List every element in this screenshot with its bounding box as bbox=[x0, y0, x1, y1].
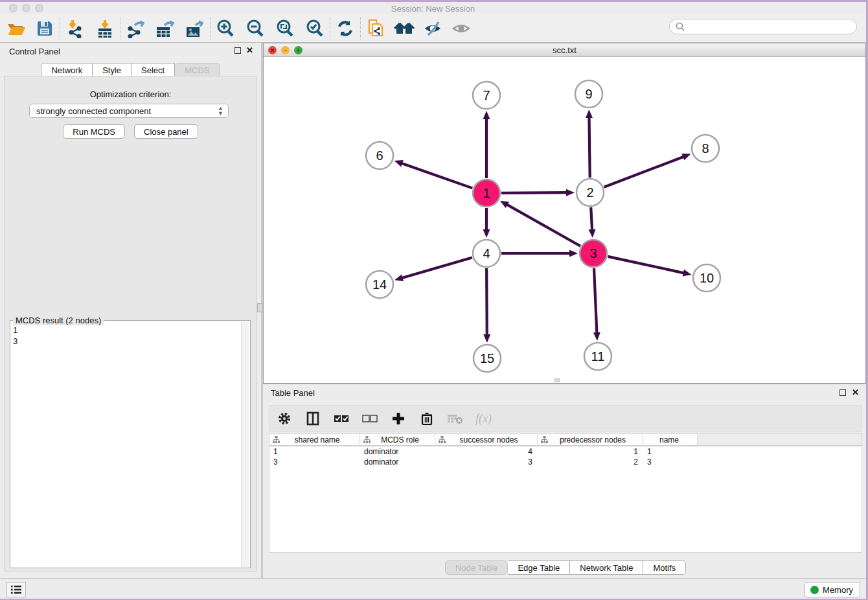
tab-motifs[interactable]: Motifs bbox=[643, 560, 686, 575]
table-cell[interactable]: 4 bbox=[435, 446, 538, 457]
search-input[interactable] bbox=[688, 22, 856, 32]
edge-arrowhead bbox=[394, 274, 404, 281]
column-header-MCDS-role[interactable]: MCDS role bbox=[360, 434, 435, 445]
result-scrollbar[interactable] bbox=[241, 321, 249, 567]
table-panel-float-icon[interactable] bbox=[839, 389, 846, 396]
refresh-icon[interactable] bbox=[334, 17, 356, 40]
close-panel-button[interactable]: Close panel bbox=[134, 124, 198, 139]
delete-table-icon[interactable] bbox=[447, 410, 464, 427]
list-icon bbox=[10, 584, 22, 595]
network-view-window: ✕ − + scc.txt 7968124314101511 bbox=[263, 43, 866, 384]
tab-network-table[interactable]: Network Table bbox=[570, 560, 643, 575]
add-column-icon[interactable] bbox=[390, 410, 407, 427]
edge-arrowhead bbox=[394, 160, 404, 167]
hide-panel-icon[interactable] bbox=[422, 17, 444, 40]
graph-node-label: 4 bbox=[483, 246, 490, 260]
apply-function-icon[interactable]: f(x) bbox=[475, 412, 492, 426]
table-cell[interactable]: 3 bbox=[643, 457, 698, 467]
show-eye-icon[interactable] bbox=[450, 17, 472, 40]
edge-2-to-3[interactable] bbox=[591, 207, 592, 231]
edge-1-to-6[interactable] bbox=[401, 163, 472, 189]
zoom-selected-icon[interactable] bbox=[304, 17, 326, 40]
network-resize-handle[interactable] bbox=[554, 378, 560, 382]
tab-select[interactable]: Select bbox=[131, 63, 175, 77]
table-cell[interactable]: dominator bbox=[360, 446, 435, 457]
panel-layout-icon[interactable] bbox=[304, 410, 321, 427]
table-cell[interactable]: 1 bbox=[643, 446, 698, 457]
delete-column-icon[interactable] bbox=[418, 410, 435, 427]
network-canvas[interactable]: 7968124314101511 bbox=[264, 57, 865, 383]
unselect-all-columns-icon[interactable] bbox=[361, 410, 378, 427]
edge-4-to-15[interactable] bbox=[486, 268, 487, 336]
zoom-fit-icon[interactable] bbox=[274, 17, 296, 40]
table-row[interactable]: 1dominator411 bbox=[269, 446, 862, 457]
window-titlebar[interactable]: Session: New Session bbox=[0, 2, 866, 14]
toolbar-separator bbox=[360, 17, 361, 40]
column-header-name[interactable]: name bbox=[643, 434, 698, 445]
edge-3-to-11[interactable] bbox=[594, 268, 597, 334]
zoom-out-icon[interactable] bbox=[244, 17, 266, 40]
edge-1-to-2[interactable] bbox=[501, 192, 567, 193]
edge-3-to-1[interactable] bbox=[506, 204, 580, 246]
task-list-button[interactable] bbox=[6, 582, 26, 597]
graph-node-label: 8 bbox=[702, 141, 709, 156]
edge-arrowhead bbox=[566, 189, 575, 196]
save-session-icon[interactable] bbox=[34, 17, 56, 40]
search-box[interactable] bbox=[669, 19, 857, 34]
column-header-label: successor nodes bbox=[446, 435, 537, 444]
edge-arrowhead bbox=[589, 229, 596, 238]
open-session-icon[interactable] bbox=[5, 17, 27, 40]
tab-mcds[interactable]: MCDS bbox=[175, 63, 220, 77]
export-table-icon[interactable] bbox=[154, 17, 176, 40]
table-cell[interactable]: 1 bbox=[269, 446, 360, 457]
edge-2-to-8[interactable] bbox=[604, 156, 684, 187]
edge-arrowhead bbox=[569, 250, 578, 257]
edge-2-to-9[interactable] bbox=[589, 117, 589, 178]
zoom-in-icon[interactable] bbox=[214, 17, 236, 40]
edge-4-to-14[interactable] bbox=[402, 257, 472, 278]
clone-network-icon[interactable] bbox=[365, 17, 387, 40]
edge-arrowhead bbox=[681, 154, 691, 160]
control-panel-close-icon[interactable]: ✕ bbox=[246, 47, 253, 54]
mcds-result-title: MCDS result (2 nodes) bbox=[13, 316, 104, 325]
import-table-icon[interactable] bbox=[94, 17, 116, 40]
memory-button[interactable]: Memory bbox=[805, 582, 860, 597]
control-panel-float-icon[interactable] bbox=[234, 47, 241, 54]
mcds-result-lines[interactable]: 13 bbox=[13, 325, 240, 566]
mcds-result-box: MCDS result (2 nodes) 13 bbox=[10, 320, 251, 568]
export-network-icon[interactable] bbox=[124, 17, 146, 40]
table-cell[interactable]: 3 bbox=[269, 457, 360, 467]
column-header-successor-nodes[interactable]: successor nodes bbox=[435, 434, 538, 445]
home-icon[interactable] bbox=[393, 17, 415, 40]
table-cell[interactable]: dominator bbox=[360, 457, 435, 467]
dropdown-value: strongly connected component bbox=[36, 106, 151, 116]
table-panel-close-icon[interactable]: ✕ bbox=[852, 389, 859, 396]
run-mcds-button[interactable]: Run MCDS bbox=[63, 124, 125, 139]
table-cell[interactable]: 2 bbox=[538, 457, 643, 467]
search-icon bbox=[676, 22, 685, 31]
node-table: shared nameMCDS rolesuccessor nodesprede… bbox=[269, 433, 862, 553]
edge-3-to-10[interactable] bbox=[608, 257, 684, 273]
network-window-titlebar[interactable]: ✕ − + scc.txt bbox=[264, 43, 865, 57]
column-header-predecessor-nodes[interactable]: predecessor nodes bbox=[538, 434, 643, 445]
import-network-icon[interactable] bbox=[64, 17, 86, 40]
tab-style[interactable]: Style bbox=[93, 63, 131, 77]
tab-node-table[interactable]: Node Table bbox=[445, 560, 508, 575]
table-row[interactable]: 3dominator323 bbox=[269, 457, 862, 467]
optimization-criterion-dropdown[interactable]: strongly connected component ▲▼ bbox=[29, 104, 229, 118]
graph-node-label: 15 bbox=[480, 351, 494, 365]
result-line: 3 bbox=[13, 336, 240, 347]
edge-arrowhead bbox=[683, 270, 692, 277]
mcds-panel: Optimization criterion: strongly connect… bbox=[4, 76, 257, 571]
table-cell[interactable]: 1 bbox=[538, 446, 643, 457]
column-header-shared-name[interactable]: shared name bbox=[269, 434, 360, 445]
memory-label: Memory bbox=[823, 585, 853, 595]
table-cell[interactable]: 3 bbox=[435, 457, 538, 467]
column-settings-icon[interactable] bbox=[276, 410, 293, 427]
panel-splitter-handle[interactable] bbox=[257, 303, 263, 312]
tab-edge-table[interactable]: Edge Table bbox=[508, 560, 570, 575]
export-image-icon[interactable] bbox=[184, 17, 206, 40]
tab-network[interactable]: Network bbox=[41, 63, 93, 77]
status-bar: Memory bbox=[0, 578, 866, 599]
select-all-columns-icon[interactable] bbox=[333, 410, 350, 427]
